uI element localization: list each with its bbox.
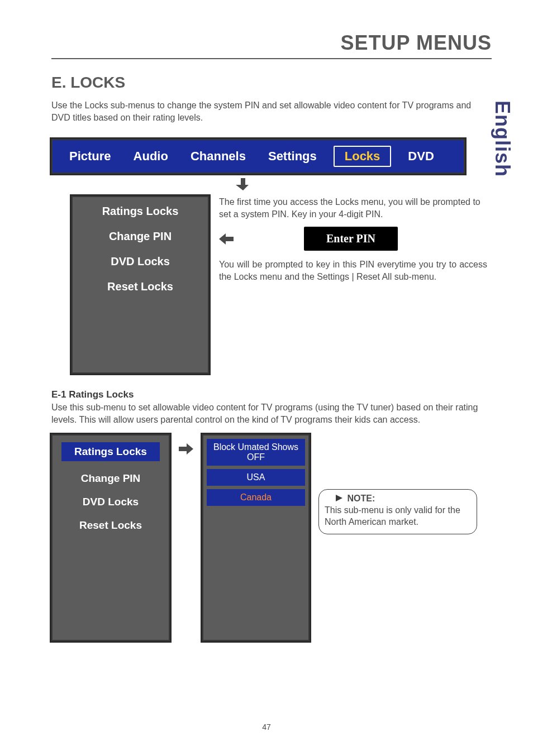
- locks-submenu-panel-2: Ratings Locks Change PIN DVD Locks Reset…: [51, 434, 170, 641]
- section-title: SETUP MENUS: [51, 31, 492, 55]
- down-arrow-icon: [51, 177, 465, 194]
- locks-paragraph-1: The first time you access the Locks menu…: [219, 196, 487, 220]
- submenu-change-pin[interactable]: Change PIN: [109, 230, 172, 243]
- note-text: This sub-menu is only valid for the Nort…: [325, 505, 471, 528]
- block-unrated-shows-item[interactable]: Block Umated Shows OFF: [207, 439, 305, 466]
- language-tab: English: [491, 101, 514, 177]
- submenu2-change-pin[interactable]: Change PIN: [81, 472, 141, 485]
- tab-channels[interactable]: Channels: [185, 148, 251, 165]
- note-triangle-icon: [336, 493, 342, 505]
- block-unrated-line1: Block Umated Shows: [213, 442, 298, 452]
- page-number: 47: [0, 722, 533, 731]
- submenu2-reset-locks[interactable]: Reset Locks: [79, 519, 142, 532]
- e1-title: E-1 Ratings Locks: [51, 389, 492, 400]
- tab-audio[interactable]: Audio: [128, 148, 174, 165]
- submenu2-ratings-locks[interactable]: Ratings Locks: [61, 442, 160, 461]
- locks-submenu-panel: Ratings Locks Change PIN DVD Locks Reset…: [72, 196, 209, 374]
- tab-dvd[interactable]: DVD: [402, 148, 439, 165]
- menu-tab-bar: Picture Audio Channels Settings Locks DV…: [51, 139, 465, 174]
- submenu-ratings-locks[interactable]: Ratings Locks: [102, 205, 179, 218]
- intro-paragraph: Use the Locks sub-menus to change the sy…: [51, 99, 492, 123]
- tab-locks[interactable]: Locks: [334, 146, 392, 167]
- ratings-canada-item[interactable]: Canada: [207, 489, 305, 506]
- right-arrow-icon: [179, 443, 193, 457]
- tab-settings[interactable]: Settings: [263, 148, 322, 165]
- e1-description: Use this sub-menu to set allowable video…: [51, 401, 492, 425]
- divider: [51, 58, 492, 59]
- submenu2-dvd-locks[interactable]: DVD Locks: [83, 496, 139, 508]
- ratings-usa-item[interactable]: USA: [207, 469, 305, 486]
- note-box: NOTE: This sub-menu is only valid for th…: [318, 489, 477, 534]
- left-arrow-icon: [219, 233, 234, 245]
- enter-pin-label: Enter PIN: [304, 227, 398, 251]
- submenu-dvd-locks[interactable]: DVD Locks: [111, 255, 170, 268]
- block-unrated-line2: OFF: [209, 452, 303, 462]
- submenu-reset-locks[interactable]: Reset Locks: [107, 280, 173, 293]
- note-label: NOTE:: [347, 494, 375, 503]
- ratings-locks-panel: Block Umated Shows OFF USA Canada: [202, 434, 310, 641]
- locks-paragraph-2: You will be prompted to key in this PIN …: [219, 259, 487, 283]
- tab-picture[interactable]: Picture: [64, 148, 117, 165]
- heading-locks: E. LOCKS: [51, 74, 492, 92]
